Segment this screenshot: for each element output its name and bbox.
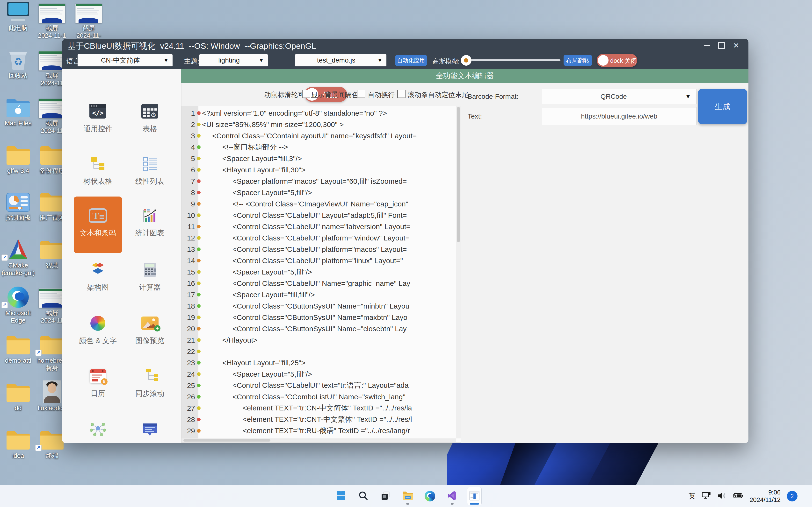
sync-icon (126, 363, 174, 389)
code-text: <Spacer Layout="5,fill"/> (202, 268, 456, 276)
line-number: 21 (182, 336, 197, 344)
sidebar-item-9[interactable]: 颜色 & 文字 (74, 311, 122, 345)
horizontal-scrollbar[interactable] (182, 439, 456, 442)
line-status-dot-icon (197, 145, 201, 149)
file-explorer-button[interactable] (401, 487, 415, 505)
automation-button[interactable]: 自动化应用 (395, 55, 427, 66)
edge-browser-button[interactable] (423, 487, 437, 505)
code-line: 12<Control Class="CLabelUI" platform="wi… (182, 232, 456, 243)
code-line: 20<Control Class="CButtonSysUI" Name="cl… (182, 323, 456, 334)
code-line: 7<Spacer platform="macos" Layout="60,fil… (182, 175, 456, 187)
layout-flip-button[interactable]: 布局翻转 (564, 55, 592, 66)
horizontal-scrollbar-thumb[interactable] (184, 439, 270, 442)
network-icon[interactable] (702, 492, 711, 501)
screenshot-icon (66, 0, 112, 23)
dock-toggle-label: dock 关闭 (610, 57, 637, 65)
battery-icon[interactable] (733, 492, 743, 500)
sidebar-item-3[interactable]: 树状表格 (74, 151, 122, 186)
window-titlebar[interactable]: 基于CBlueUI数据可视化 v24.11 --OS: Window --Gra… (62, 39, 749, 52)
line-status-dot-icon (197, 406, 201, 410)
notification-badge[interactable]: 2 (787, 491, 798, 501)
checkbox-mouse-wheel[interactable] (302, 90, 310, 98)
explorer-icon (402, 491, 413, 501)
theme-dropdown[interactable]: lighting ▼ (199, 54, 268, 66)
code-editor[interactable]: 1<?xml version="1.0" encoding="utf-8" st… (181, 106, 461, 443)
input-language-indicator[interactable]: 英 (689, 492, 696, 501)
minimize-icon (704, 45, 710, 46)
sidebar-item-12[interactable]: 同步滚动 (126, 363, 174, 398)
sidebar-item-1[interactable]: </>通用控件 (74, 99, 122, 133)
code-line: 14<Control Class="CLabelUI" platform="li… (182, 255, 456, 266)
visual-studio-button[interactable] (445, 487, 459, 505)
start-button[interactable] (334, 487, 348, 505)
sidebar-item-6[interactable]: 统计图表 (126, 203, 174, 238)
calc-icon (126, 258, 174, 282)
code-text: <Control Class="CLabelUI" platform="maco… (202, 245, 456, 253)
line-number: 12 (182, 234, 197, 242)
option-label-word-wrap: 自动换行 (368, 90, 395, 100)
line-status-dot-icon (197, 429, 201, 433)
sidebar-item-label: 通用控件 (74, 124, 122, 133)
line-status-dot-icon (197, 247, 201, 251)
slider-handle-dot-icon (464, 58, 468, 62)
code-text: <Control Class="CLabelUI" name="labversi… (202, 223, 456, 231)
checkbox-bg-stripes[interactable] (357, 90, 365, 98)
line-number: 11 (182, 223, 197, 231)
barcode-text-value: https://blueui.gitee.io/web (542, 113, 696, 120)
search-button[interactable] (356, 487, 370, 505)
code-text: <Control Class="CLabelUI" Layout="adapt:… (202, 211, 456, 219)
line-status-dot-icon (197, 236, 201, 240)
barcode-format-value: QRCode (542, 93, 685, 101)
sidebar-item-label: 线性列表 (126, 176, 174, 186)
sidebar-item-5[interactable]: T文本和条码 (74, 196, 122, 253)
line-number: 15 (182, 268, 197, 276)
generate-button[interactable]: 生成 (698, 89, 747, 124)
sidebar-item-14[interactable]: 抽象窗口 (126, 417, 174, 443)
list-icon (126, 151, 174, 176)
line-number: 25 (182, 382, 197, 390)
dock-toggle[interactable]: dock 关闭 (597, 54, 637, 67)
sidebar-item-8[interactable]: 计算器 (126, 258, 174, 292)
task-view-button[interactable] (378, 487, 393, 505)
code-text: <element TEXT="tr:CN-中文简体" TextID ="../.… (202, 403, 456, 413)
code-text: <Hlayout Layout="fill,30"> (202, 166, 456, 174)
line-status-dot-icon (197, 202, 201, 206)
sidebar-item-11[interactable]: 5日历 (74, 363, 122, 398)
checkbox-word-wrap[interactable] (397, 90, 406, 98)
line-status-dot-icon (197, 350, 201, 353)
line-status-dot-icon (197, 168, 201, 172)
system-tray[interactable]: 英 9:06 2024/11/12 2 (689, 485, 798, 507)
code-line: 4<!--窗口标题部分 --> (182, 142, 456, 153)
sidebar-item-13[interactable]: 图可视化 (74, 417, 122, 443)
code-line: 19<Control Class="CButtonSysUI" Name="ma… (182, 312, 456, 323)
language-dropdown[interactable]: CN-中文简体 ▼ (78, 54, 172, 66)
file-dropdown[interactable]: test_demo.js ▼ (295, 54, 387, 66)
code-text: <Control Class="CLabelUI" Name="graphic_… (202, 279, 456, 288)
sidebar-item-2[interactable]: ⚙表格 (126, 99, 174, 133)
sidebar-item-7[interactable]: 架构图 (74, 258, 122, 292)
close-button[interactable]: ✕ (731, 41, 741, 50)
vertical-scrollbar-thumb[interactable] (457, 107, 460, 242)
blur-slider-track[interactable] (466, 59, 560, 61)
volume-icon[interactable] (717, 492, 727, 501)
code-line: 15<Spacer Layout="5,fill"/> (182, 266, 456, 278)
shortcut-arrow-icon: ↗ (1, 302, 8, 308)
shortcut-arrow-icon: ↗ (35, 445, 42, 451)
maximize-button[interactable] (717, 41, 726, 50)
minimize-button[interactable] (702, 41, 712, 50)
vertical-scrollbar[interactable] (456, 106, 461, 439)
line-status-dot-icon (197, 191, 201, 194)
start-icon (336, 490, 346, 502)
chevron-down-icon: ▼ (377, 57, 383, 63)
line-number: 22 (182, 347, 197, 356)
barcode-text-input[interactable]: https://blueui.gitee.io/web (542, 107, 697, 125)
sidebar-item-10[interactable]: +图像预览 (126, 311, 174, 345)
desktop-icon-截屏[interactable]: 截屏2024-11- (66, 0, 112, 39)
cblueui-app-button[interactable] (467, 487, 481, 505)
sidebar-item-4[interactable]: 线性列表 (126, 151, 174, 186)
desktop-screen: 此电脑♻回收站Mac Filesglfw-3.4控制面板↗CMake(cmake… (0, 0, 812, 507)
taskbar-clock[interactable]: 9:06 2024/11/12 (750, 489, 780, 504)
blur-slider-handle[interactable] (461, 55, 471, 66)
barcode-format-dropdown[interactable]: QRCode ▼ (542, 89, 697, 104)
clock-time: 9:06 (750, 489, 780, 496)
